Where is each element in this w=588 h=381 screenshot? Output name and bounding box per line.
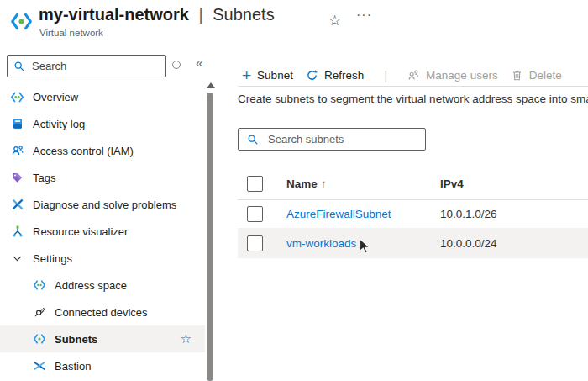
scroll-up-arrow[interactable] xyxy=(207,82,215,88)
toolbar-divider: | xyxy=(384,68,387,82)
delete-icon xyxy=(511,69,523,82)
sidebar-item-address-space[interactable]: Address space xyxy=(0,272,205,299)
sidebar-scrollbar[interactable] xyxy=(207,93,213,381)
table-row[interactable]: vm-workloads 10.0.0.0/24 xyxy=(238,228,588,258)
resource-name: my-virtual-network xyxy=(39,5,189,24)
sidebar-item-label: Connected devices xyxy=(55,306,148,319)
sidebar-item-overview[interactable]: Overview xyxy=(0,83,205,110)
refresh-button[interactable]: Refresh xyxy=(306,69,364,82)
manage-users-button: Manage users xyxy=(407,69,498,82)
column-name-label: Name xyxy=(286,177,318,190)
azure-portal-page: my-virtual-network | Subnets ☆ ··· Virtu… xyxy=(0,0,588,381)
subnets-icon xyxy=(32,332,46,347)
favorite-star-icon[interactable]: ☆ xyxy=(328,12,341,29)
row-checkbox[interactable] xyxy=(247,206,263,222)
select-all-checkbox[interactable] xyxy=(247,176,263,192)
add-subnet-label: Subnet xyxy=(257,69,293,82)
command-bar: + Subnet Refresh | Manage users xyxy=(242,64,562,86)
sidebar-item-label: Access control (IAM) xyxy=(33,145,134,157)
subnet-search-input[interactable] xyxy=(266,132,425,146)
sidebar-group-settings[interactable]: Settings xyxy=(0,245,205,272)
row-checkbox[interactable] xyxy=(247,235,263,251)
sidebar-item-label: Bastion xyxy=(55,360,91,373)
sidebar-item-connected-devices[interactable]: Connected devices xyxy=(0,299,205,325)
manage-users-icon xyxy=(407,69,420,82)
manage-users-label: Manage users xyxy=(426,69,498,82)
sidebar-item-label: Overview xyxy=(33,91,78,103)
search-icon xyxy=(247,134,259,146)
sidebar-item-label: Subnets xyxy=(55,333,97,346)
sidebar-item-access-control[interactable]: Access control (IAM) xyxy=(0,137,205,164)
activity-log-icon xyxy=(10,117,24,131)
sidebar-item-label: Address space xyxy=(55,279,127,292)
sidebar-search-input[interactable] xyxy=(30,59,165,73)
sidebar-item-label: Activity log xyxy=(33,118,85,130)
ipv4-cell: 10.0.1.0/26 xyxy=(440,208,497,220)
resource-visualizer-icon xyxy=(10,225,24,239)
delete-label: Delete xyxy=(529,69,562,82)
more-options-icon[interactable]: ··· xyxy=(356,8,372,23)
title-divider: | xyxy=(199,5,203,24)
table-header-row: Name↑ IPv4 xyxy=(238,168,588,200)
virtual-network-icon xyxy=(10,90,24,104)
bastion-icon xyxy=(32,359,46,373)
delete-button: Delete xyxy=(511,69,562,82)
column-header-name[interactable]: Name↑ xyxy=(286,177,440,190)
sidebar-item-subnets[interactable]: Subnets ☆ xyxy=(0,325,205,352)
address-space-icon xyxy=(32,278,46,293)
refresh-label: Refresh xyxy=(324,69,364,82)
connected-devices-icon xyxy=(32,305,46,320)
diagnose-icon xyxy=(10,198,24,212)
refresh-icon xyxy=(306,69,318,82)
sidebar-search-box[interactable] xyxy=(7,55,166,77)
blade-description: Create subnets to segment the virtual ne… xyxy=(238,93,588,105)
sidebar-item-label: Tags xyxy=(33,172,55,184)
sidebar-item-diagnose[interactable]: Diagnose and solve problems xyxy=(0,191,205,218)
plus-icon: + xyxy=(242,67,251,83)
circle-icon[interactable] xyxy=(172,61,181,69)
sidebar-item-activity-log[interactable]: Activity log xyxy=(0,110,205,137)
sidebar-item-label: Resource visualizer xyxy=(33,225,128,238)
favorite-star-icon[interactable]: ☆ xyxy=(181,331,192,347)
search-icon xyxy=(13,61,25,72)
subnet-link[interactable]: vm-workloads xyxy=(286,237,356,250)
sidebar-item-tags[interactable]: Tags xyxy=(0,164,205,191)
resource-menu: Overview Activity log Acc xyxy=(0,83,205,379)
sidebar-group-label: Settings xyxy=(33,252,72,265)
column-header-ipv4: IPv4 xyxy=(440,177,464,190)
sort-ascending-icon: ↑ xyxy=(321,177,327,190)
table-row[interactable]: AzureFirewallSubnet 10.0.1.0/26 xyxy=(238,200,588,228)
add-subnet-button[interactable]: + Subnet xyxy=(242,67,293,83)
tag-icon xyxy=(10,171,24,185)
collapse-sidebar-icon[interactable]: « xyxy=(196,56,202,70)
subnet-link[interactable]: AzureFirewallSubnet xyxy=(286,208,391,220)
sidebar-item-bastion[interactable]: Bastion xyxy=(0,352,205,379)
toolbar-divider-line xyxy=(238,86,588,87)
page-title: my-virtual-network | Subnets xyxy=(39,5,275,24)
blade-name: Subnets xyxy=(213,5,274,24)
sidebar-item-label: Diagnose and solve problems xyxy=(33,198,176,211)
sidebar-item-resource-visualizer[interactable]: Resource visualizer xyxy=(0,218,205,245)
access-control-icon xyxy=(10,144,24,158)
chevron-down-icon xyxy=(10,251,24,266)
virtual-network-icon xyxy=(10,10,33,36)
resource-type-subtitle: Virtual network xyxy=(39,28,103,38)
ipv4-cell: 10.0.0.0/24 xyxy=(440,237,497,250)
subnet-search-box[interactable] xyxy=(238,128,426,151)
